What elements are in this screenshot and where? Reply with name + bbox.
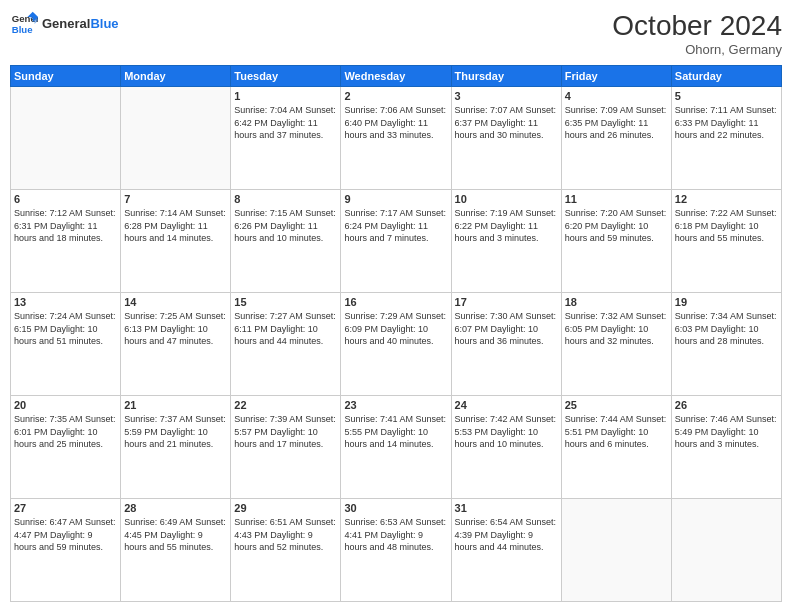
day-number: 22 [234,399,337,411]
col-thursday: Thursday [451,66,561,87]
logo-icon: General Blue [10,10,38,38]
day-number: 16 [344,296,447,308]
calendar-cell: 11Sunrise: 7:20 AM Sunset: 6:20 PM Dayli… [561,190,671,293]
day-info: Sunrise: 7:46 AM Sunset: 5:49 PM Dayligh… [675,413,778,451]
day-info: Sunrise: 6:54 AM Sunset: 4:39 PM Dayligh… [455,516,558,554]
day-number: 4 [565,90,668,102]
location: Ohorn, Germany [612,42,782,57]
col-friday: Friday [561,66,671,87]
week-row-5: 27Sunrise: 6:47 AM Sunset: 4:47 PM Dayli… [11,499,782,602]
calendar-cell: 23Sunrise: 7:41 AM Sunset: 5:55 PM Dayli… [341,396,451,499]
calendar-cell: 1Sunrise: 7:04 AM Sunset: 6:42 PM Daylig… [231,87,341,190]
day-info: Sunrise: 7:07 AM Sunset: 6:37 PM Dayligh… [455,104,558,142]
day-info: Sunrise: 7:25 AM Sunset: 6:13 PM Dayligh… [124,310,227,348]
day-info: Sunrise: 6:51 AM Sunset: 4:43 PM Dayligh… [234,516,337,554]
day-number: 3 [455,90,558,102]
calendar-cell: 12Sunrise: 7:22 AM Sunset: 6:18 PM Dayli… [671,190,781,293]
day-number: 1 [234,90,337,102]
day-number: 24 [455,399,558,411]
day-info: Sunrise: 7:19 AM Sunset: 6:22 PM Dayligh… [455,207,558,245]
logo-blue-text: Blue [90,16,118,31]
col-wednesday: Wednesday [341,66,451,87]
calendar-cell [671,499,781,602]
calendar-cell: 4Sunrise: 7:09 AM Sunset: 6:35 PM Daylig… [561,87,671,190]
day-number: 31 [455,502,558,514]
day-info: Sunrise: 7:06 AM Sunset: 6:40 PM Dayligh… [344,104,447,142]
day-number: 9 [344,193,447,205]
day-number: 25 [565,399,668,411]
calendar-cell: 22Sunrise: 7:39 AM Sunset: 5:57 PM Dayli… [231,396,341,499]
calendar-cell: 2Sunrise: 7:06 AM Sunset: 6:40 PM Daylig… [341,87,451,190]
day-info: Sunrise: 7:24 AM Sunset: 6:15 PM Dayligh… [14,310,117,348]
day-info: Sunrise: 7:04 AM Sunset: 6:42 PM Dayligh… [234,104,337,142]
calendar-header-row: Sunday Monday Tuesday Wednesday Thursday… [11,66,782,87]
calendar-cell: 3Sunrise: 7:07 AM Sunset: 6:37 PM Daylig… [451,87,561,190]
week-row-2: 6Sunrise: 7:12 AM Sunset: 6:31 PM Daylig… [11,190,782,293]
day-number: 6 [14,193,117,205]
calendar-cell: 30Sunrise: 6:53 AM Sunset: 4:41 PM Dayli… [341,499,451,602]
day-info: Sunrise: 6:49 AM Sunset: 4:45 PM Dayligh… [124,516,227,554]
day-info: Sunrise: 7:32 AM Sunset: 6:05 PM Dayligh… [565,310,668,348]
day-number: 27 [14,502,117,514]
day-number: 29 [234,502,337,514]
day-info: Sunrise: 7:37 AM Sunset: 5:59 PM Dayligh… [124,413,227,451]
day-info: Sunrise: 7:35 AM Sunset: 6:01 PM Dayligh… [14,413,117,451]
day-number: 7 [124,193,227,205]
calendar-cell: 16Sunrise: 7:29 AM Sunset: 6:09 PM Dayli… [341,293,451,396]
day-info: Sunrise: 7:39 AM Sunset: 5:57 PM Dayligh… [234,413,337,451]
day-info: Sunrise: 7:27 AM Sunset: 6:11 PM Dayligh… [234,310,337,348]
day-number: 12 [675,193,778,205]
calendar-cell: 25Sunrise: 7:44 AM Sunset: 5:51 PM Dayli… [561,396,671,499]
day-number: 28 [124,502,227,514]
calendar-cell: 14Sunrise: 7:25 AM Sunset: 6:13 PM Dayli… [121,293,231,396]
day-info: Sunrise: 7:30 AM Sunset: 6:07 PM Dayligh… [455,310,558,348]
month-title: October 2024 [612,10,782,42]
calendar-cell [561,499,671,602]
day-number: 17 [455,296,558,308]
day-info: Sunrise: 7:11 AM Sunset: 6:33 PM Dayligh… [675,104,778,142]
week-row-1: 1Sunrise: 7:04 AM Sunset: 6:42 PM Daylig… [11,87,782,190]
day-number: 26 [675,399,778,411]
day-info: Sunrise: 7:14 AM Sunset: 6:28 PM Dayligh… [124,207,227,245]
calendar-cell: 10Sunrise: 7:19 AM Sunset: 6:22 PM Dayli… [451,190,561,293]
day-number: 8 [234,193,337,205]
day-number: 18 [565,296,668,308]
day-info: Sunrise: 7:17 AM Sunset: 6:24 PM Dayligh… [344,207,447,245]
calendar-cell: 8Sunrise: 7:15 AM Sunset: 6:26 PM Daylig… [231,190,341,293]
calendar-cell: 27Sunrise: 6:47 AM Sunset: 4:47 PM Dayli… [11,499,121,602]
day-number: 15 [234,296,337,308]
calendar-table: Sunday Monday Tuesday Wednesday Thursday… [10,65,782,602]
svg-text:Blue: Blue [12,24,33,35]
day-info: Sunrise: 7:22 AM Sunset: 6:18 PM Dayligh… [675,207,778,245]
day-number: 13 [14,296,117,308]
calendar-cell: 28Sunrise: 6:49 AM Sunset: 4:45 PM Dayli… [121,499,231,602]
calendar-cell: 15Sunrise: 7:27 AM Sunset: 6:11 PM Dayli… [231,293,341,396]
calendar-cell: 21Sunrise: 7:37 AM Sunset: 5:59 PM Dayli… [121,396,231,499]
title-block: October 2024 Ohorn, Germany [612,10,782,57]
col-sunday: Sunday [11,66,121,87]
calendar-cell: 18Sunrise: 7:32 AM Sunset: 6:05 PM Dayli… [561,293,671,396]
col-monday: Monday [121,66,231,87]
week-row-4: 20Sunrise: 7:35 AM Sunset: 6:01 PM Dayli… [11,396,782,499]
day-info: Sunrise: 7:44 AM Sunset: 5:51 PM Dayligh… [565,413,668,451]
calendar-cell [121,87,231,190]
day-number: 21 [124,399,227,411]
day-number: 14 [124,296,227,308]
calendar-cell: 19Sunrise: 7:34 AM Sunset: 6:03 PM Dayli… [671,293,781,396]
day-info: Sunrise: 6:53 AM Sunset: 4:41 PM Dayligh… [344,516,447,554]
day-info: Sunrise: 6:47 AM Sunset: 4:47 PM Dayligh… [14,516,117,554]
logo: General Blue GeneralBlue [10,10,119,38]
day-number: 23 [344,399,447,411]
calendar-cell: 26Sunrise: 7:46 AM Sunset: 5:49 PM Dayli… [671,396,781,499]
day-info: Sunrise: 7:09 AM Sunset: 6:35 PM Dayligh… [565,104,668,142]
calendar-cell: 20Sunrise: 7:35 AM Sunset: 6:01 PM Dayli… [11,396,121,499]
day-number: 2 [344,90,447,102]
calendar-cell: 17Sunrise: 7:30 AM Sunset: 6:07 PM Dayli… [451,293,561,396]
calendar-cell: 31Sunrise: 6:54 AM Sunset: 4:39 PM Dayli… [451,499,561,602]
calendar-cell: 5Sunrise: 7:11 AM Sunset: 6:33 PM Daylig… [671,87,781,190]
day-info: Sunrise: 7:42 AM Sunset: 5:53 PM Dayligh… [455,413,558,451]
calendar-cell: 29Sunrise: 6:51 AM Sunset: 4:43 PM Dayli… [231,499,341,602]
day-info: Sunrise: 7:15 AM Sunset: 6:26 PM Dayligh… [234,207,337,245]
week-row-3: 13Sunrise: 7:24 AM Sunset: 6:15 PM Dayli… [11,293,782,396]
day-info: Sunrise: 7:29 AM Sunset: 6:09 PM Dayligh… [344,310,447,348]
